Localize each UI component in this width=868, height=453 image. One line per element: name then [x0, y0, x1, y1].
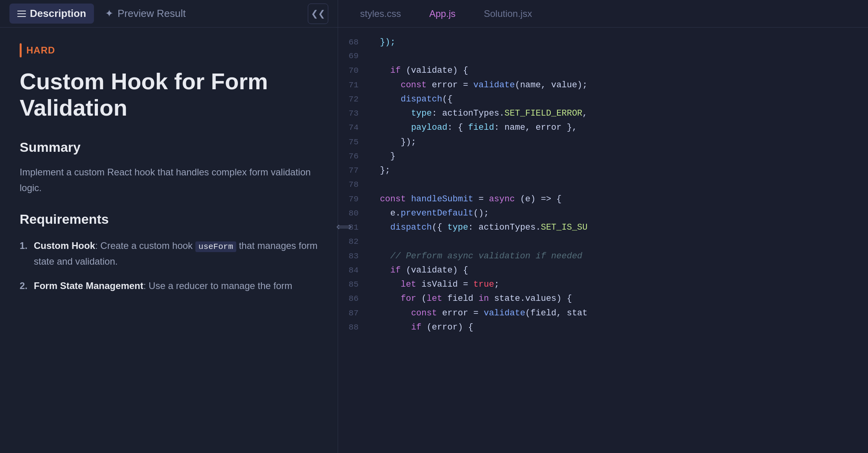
code-line: 72 dispatch({ — [338, 92, 868, 107]
preview-tab[interactable]: ✦ Preview Result — [97, 4, 193, 24]
top-bar: Description ✦ Preview Result ❮❮ — [0, 0, 338, 28]
code-line: 86 for (let field in state.values) { — [338, 292, 868, 306]
code-line: 88 if (error) { — [338, 320, 868, 335]
code-line: 70 if (validate) { — [338, 64, 868, 78]
hamburger-icon — [17, 11, 26, 17]
code-line: 82 — [338, 235, 868, 249]
sparkle-icon: ✦ — [105, 7, 114, 20]
code-line: 81 dispatch({ type: actionTypes.SET_IS_S… — [338, 221, 868, 235]
collapse-icon: ❮❮ — [311, 9, 325, 19]
left-panel: Description ✦ Preview Result ❮❮ HARD Cus… — [0, 0, 338, 453]
right-panel: styles.css App.js Solution.jsx 68 }); 69… — [338, 0, 868, 453]
resize-handle[interactable]: ⟺ — [336, 220, 352, 233]
tab-styles-css[interactable]: styles.css — [346, 4, 415, 23]
req-code: useForm — [195, 241, 236, 252]
tab-app-js[interactable]: App.js — [415, 4, 470, 23]
code-line: 77 }; — [338, 164, 868, 178]
requirements-heading: Requirements — [20, 212, 318, 227]
code-line: 74 payload: { field: name, error }, — [338, 121, 868, 135]
code-line: 78 — [338, 178, 868, 192]
summary-heading: Summary — [20, 140, 318, 155]
req-bold: Custom Hook — [34, 240, 95, 251]
list-item: Form State Management: Use a reducer to … — [20, 278, 318, 294]
code-area: 68 }); 69 70 if (validate) { 71 const er… — [338, 28, 868, 453]
list-item: Custom Hook: Create a custom hook useFor… — [20, 238, 318, 269]
code-line: 80 e.preventDefault(); — [338, 206, 868, 221]
description-tab[interactable]: Description — [9, 4, 94, 24]
page-title: Custom Hook for FormValidation — [20, 68, 318, 121]
preview-label: Preview Result — [118, 7, 186, 20]
code-line: 68 }); — [338, 35, 868, 50]
code-line: 79 const handleSubmit = async (e) => { — [338, 192, 868, 206]
code-line: 85 let isValid = true; — [338, 278, 868, 292]
code-line: 69 — [338, 50, 868, 64]
code-line: 71 const error = validate(name, value); — [338, 78, 868, 92]
difficulty-badge: HARD — [20, 43, 55, 57]
difficulty-label: HARD — [26, 45, 55, 56]
description-label: Description — [30, 7, 86, 20]
code-line: 84 if (validate) { — [338, 263, 868, 278]
code-line: 83 // Perform async validation if needed — [338, 249, 868, 263]
tab-solution-jsx[interactable]: Solution.jsx — [470, 4, 546, 23]
code-line: 75 }); — [338, 135, 868, 149]
code-line: 73 type: actionTypes.SET_FIELD_ERROR, — [338, 107, 868, 121]
collapse-button[interactable]: ❮❮ — [308, 4, 328, 24]
code-line: 76 } — [338, 149, 868, 164]
difficulty-bar — [20, 43, 22, 57]
requirements-list: Custom Hook: Create a custom hook useFor… — [20, 238, 318, 294]
code-line: 87 const error = validate(field, stat — [338, 306, 868, 320]
summary-text: Implement a custom React hook that handl… — [20, 164, 318, 195]
content-area: HARD Custom Hook for FormValidation Summ… — [0, 28, 338, 453]
tab-group: Description ✦ Preview Result — [9, 4, 193, 24]
req-bold: Form State Management — [34, 280, 143, 291]
editor-tabs: styles.css App.js Solution.jsx — [338, 0, 868, 28]
